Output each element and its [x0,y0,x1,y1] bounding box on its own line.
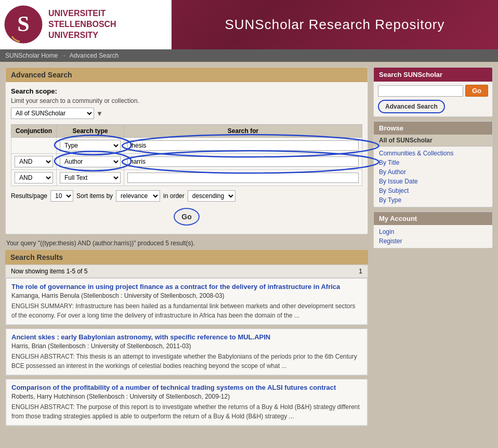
my-account-links: Login Register [374,225,492,248]
right-advanced-search-button[interactable]: Advanced Search [378,100,445,113]
result-item-1: The role of governance in using project … [6,279,368,325]
query-text: Your query "((type:thesis) AND (author:h… [6,240,367,247]
order-select[interactable]: descending ascending [188,190,235,202]
browse-links: Communities & Collections By Title By Au… [374,147,492,207]
result-item-wrapper-2: Ancient skies : early Babylonian astrono… [5,328,368,376]
header: S UNIVERSITEIT STELLENBOSCH UNIVERSITY S… [0,0,498,49]
university-logo: S [4,5,43,44]
scope-label: Search scope: [11,87,362,95]
result-author-1: Kamanga, Harris Benula (Stellenbosch : U… [11,292,362,299]
table-row: AND OR NOT Full Text Any Field Title [11,170,362,186]
adv-search-wrapper: Advanced Search [378,100,445,113]
search-for-cell-1 [124,138,362,154]
search-for-input-2[interactable] [127,156,359,167]
register-link[interactable]: Register [379,236,487,246]
scope-arrow-icon: ▼ [96,110,103,117]
search-for-input-1[interactable] [127,140,359,151]
result-title-3[interactable]: Comparison of the profitability of a num… [11,384,362,391]
search-type-select-1[interactable]: Type Any Field Title Author Subject Abst… [60,140,121,151]
right-search-row: Go [378,85,488,97]
conjunction-select-2[interactable]: AND OR NOT [15,156,53,167]
search-for-cell-3 [124,170,362,186]
right-search-body: Go Advanced Search [374,82,492,116]
result-abstract-2: ENGLISH ABSTRACT: This thesis is an atte… [11,352,362,371]
sort-select[interactable]: relevance title author issue date [116,190,160,202]
search-results-title: Search Results [5,250,368,265]
search-for-cell-2 [124,154,362,170]
browse-header: Browse [374,122,492,135]
breadcrumb: SUNScholar Home → Advanced Search [0,49,498,62]
result-author-2: Harris, Brian (Stellenbosch : University… [11,342,362,350]
conjunction-cell-2: AND OR NOT [11,154,57,170]
type-cell-2: Author Any Field Title Subject Abstract … [56,154,124,170]
results-options-row: Results/page 10 5 20 40 Sort items by re… [11,190,362,202]
sort-label: Sort items by [76,192,113,200]
right-panel: Search SUNScholar Go Advanced Search Bro… [373,67,493,426]
conjunction-select-3[interactable]: AND OR NOT [15,172,53,183]
breadcrumb-home-link[interactable]: SUNScholar Home [5,52,58,59]
browse-link-title[interactable]: By Title [379,158,487,167]
search-table: Conjunction Search type Search for [11,124,362,186]
order-label: in order [163,192,185,200]
conjunction-cell-1 [11,138,57,154]
left-panel: Advanced Search Search scope: Limit your… [5,67,368,426]
result-abstract-3: ENGLISH ABSTRACT: The purpose of this re… [11,402,362,421]
right-go-button[interactable]: Go [465,85,488,97]
col-search-for: Search for [124,125,362,138]
svg-text:S: S [17,12,29,36]
showing-text: Now showing items 1-5 of 5 [11,268,87,275]
col-conjunction: Conjunction [11,125,57,138]
result-title-2[interactable]: Ancient skies : early Babylonian astrono… [11,333,362,341]
go-button-wrapper: Go [11,208,362,226]
page-number: 1 [359,268,362,275]
search-type-select-3[interactable]: Full Text Any Field Title Author Subject… [60,172,121,183]
result-item-2: Ancient skies : early Babylonian astrono… [6,329,368,375]
browse-subsection: All of SUNScholar [374,135,492,147]
go-button[interactable]: Go [174,208,200,226]
breadcrumb-arrow: → [60,52,67,59]
browse-link-author[interactable]: By Author [379,167,487,177]
search-type-select-2[interactable]: Author Any Field Title Subject Abstract … [60,156,121,167]
browse-link-type[interactable]: By Type [379,195,487,205]
advanced-search-body: Search scope: Limit your search to a com… [6,82,368,234]
right-search-box: Search SUNScholar Go Advanced Search [373,67,493,117]
login-link[interactable]: Login [379,227,487,236]
result-title-1[interactable]: The role of governance in using project … [11,283,362,291]
site-title: SUNScholar Research Repository [172,17,498,33]
my-account-section: My Account Login Register [373,212,493,248]
result-item-wrapper-1: The role of governance in using project … [5,278,368,325]
browse-section: Browse All of SUNScholar Communities & C… [373,121,493,207]
search-for-input-3[interactable] [127,173,359,183]
browse-link-subject[interactable]: By Subject [379,186,487,195]
result-item-wrapper-3: Comparison of the profitability of a num… [5,379,368,426]
result-author-3: Roberts, Harry Hutchinson (Stellenbosch … [11,393,362,400]
type-cell-1: Type Any Field Title Author Subject Abst… [56,138,124,154]
result-abstract-1: ENGLISH SUMMARY: Infrastructure has been… [11,301,362,320]
type-cell-3: Full Text Any Field Title Author Subject… [56,170,124,186]
scope-select-row: All of SUNScholar ▼ [11,108,362,119]
logo-text: UNIVERSITEIT STELLENBOSCH UNIVERSITY [48,8,116,41]
main-content: Advanced Search Search scope: Limit your… [0,62,498,431]
table-row: Type Any Field Title Author Subject Abst… [11,138,362,154]
results-per-page-label: Results/page [11,192,47,200]
result-item-3: Comparison of the profitability of a num… [6,379,368,426]
conjunction-cell-3: AND OR NOT [11,170,57,186]
scope-select[interactable]: All of SUNScholar [11,108,94,119]
scope-desc: Limit your search to a community or coll… [11,97,362,104]
logo-area: S UNIVERSITEIT STELLENBOSCH UNIVERSITY [0,0,172,49]
results-per-page-select[interactable]: 10 5 20 40 [50,190,73,202]
advanced-search-title: Advanced Search [6,68,368,82]
browse-link-communities[interactable]: Communities & Collections [379,149,487,158]
results-nav-row: Now showing items 1-5 of 5 1 [5,265,368,278]
breadcrumb-current: Advanced Search [69,52,119,59]
col-search-type: Search type [56,125,124,138]
right-search-input[interactable] [378,85,463,97]
right-search-header: Search SUNScholar [374,68,492,82]
table-row: AND OR NOT A [11,154,362,170]
browse-link-issue-date[interactable]: By Issue Date [379,177,487,186]
search-results-panel: Search Results Now showing items 1-5 of … [5,250,368,426]
my-account-header: My Account [374,212,492,225]
advanced-search-panel: Advanced Search Search scope: Limit your… [5,67,368,234]
